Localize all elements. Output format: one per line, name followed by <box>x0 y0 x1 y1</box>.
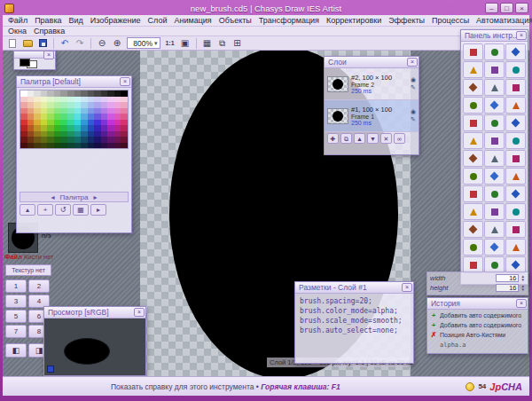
tool-curve[interactable] <box>505 150 526 167</box>
palette-swatch[interactable] <box>34 143 41 149</box>
palette-swatch[interactable] <box>94 143 101 149</box>
menu-item-3[interactable]: Изображение <box>87 16 145 25</box>
tool-red-eye[interactable] <box>463 239 483 256</box>
close-icon[interactable]: × <box>407 58 418 67</box>
tool-burn[interactable] <box>505 221 526 238</box>
redo-button[interactable]: ↷ <box>73 37 87 50</box>
tool-calligraphy[interactable] <box>505 97 526 114</box>
tool-star[interactable] <box>505 185 526 202</box>
palette-swatch[interactable] <box>101 143 108 149</box>
palette-next-icon[interactable]: ▸ <box>93 193 97 201</box>
close-icon[interactable]: × <box>516 31 527 40</box>
brush-slot-7[interactable]: 7 <box>5 325 27 338</box>
tool-magic-wand[interactable] <box>484 61 505 78</box>
tool-move[interactable] <box>463 43 483 60</box>
history-item[interactable]: +Добавить авто содержимого <box>430 311 525 320</box>
tool-heal[interactable] <box>505 132 526 149</box>
stepper-arrows[interactable]: ▲▼ <box>521 285 525 292</box>
menu2-item-1[interactable]: Справка <box>30 27 68 35</box>
tool-paint-brush[interactable] <box>463 97 483 114</box>
tool-eyedropper[interactable] <box>463 79 483 96</box>
palette-swatch[interactable] <box>20 143 27 149</box>
tool-zoom[interactable] <box>484 239 505 256</box>
tool-flood-fill[interactable] <box>484 114 505 131</box>
stepper-down-icon[interactable]: ▼ <box>521 279 525 282</box>
tool-select-ellipse[interactable] <box>505 43 526 60</box>
tool-ellipse[interactable] <box>463 185 483 202</box>
palette-swatch[interactable] <box>27 143 35 149</box>
history-item[interactable]: +Добавить авто содержимого <box>430 320 525 330</box>
tool-crop[interactable] <box>505 61 526 78</box>
zoom-in-button[interactable]: ⊕ <box>110 37 124 50</box>
menu-item-9[interactable]: Эффекты <box>385 16 428 25</box>
palette-swatch[interactable] <box>121 143 128 149</box>
layer-add-button[interactable]: ✚ <box>327 133 339 144</box>
rulers-toggle-button[interactable]: ⊞ <box>231 37 245 50</box>
no-textures-button[interactable]: Текстур нет <box>5 264 51 276</box>
tool-clone-stamp[interactable] <box>484 132 505 149</box>
palette-swatch[interactable] <box>67 143 74 149</box>
menu-item-4[interactable]: Слой <box>145 16 171 25</box>
menu-item-10[interactable]: Процессы <box>428 16 473 25</box>
tool-eraser[interactable] <box>463 114 483 131</box>
tool-polyline[interactable] <box>463 168 483 185</box>
layer-down-button[interactable]: ▼ <box>367 133 379 144</box>
palette-up-button[interactable]: ▴ <box>20 204 35 216</box>
setting-value-input[interactable]: 16 <box>496 274 519 282</box>
tool-line[interactable] <box>484 150 505 167</box>
tool-color-sampler[interactable] <box>484 79 505 96</box>
stepper-arrows[interactable]: ▲▼ <box>521 275 525 282</box>
tile-view-button[interactable]: ⧉ <box>215 37 230 50</box>
palette-grid-button[interactable]: ▦ <box>73 204 89 216</box>
tool-text[interactable] <box>463 150 483 167</box>
notification-icon[interactable] <box>466 382 474 391</box>
file-tab-label[interactable]: Файл <box>4 253 22 261</box>
brush-slot-3[interactable]: 3 <box>5 295 27 308</box>
layer-delete-button[interactable]: ✕ <box>380 133 392 144</box>
tool-rectangle[interactable] <box>484 168 505 185</box>
layer-link-button[interactable]: ∞ <box>394 133 405 144</box>
close-button[interactable]: × <box>515 3 528 13</box>
minimize-button[interactable]: – <box>485 3 498 13</box>
foreground-color-swatch[interactable] <box>20 59 30 67</box>
tool-rounded-rect[interactable] <box>505 168 526 185</box>
palette-swatch[interactable] <box>114 143 121 149</box>
palette-swatch[interactable] <box>88 143 95 149</box>
brush-slot-5[interactable]: 5 <box>5 310 27 323</box>
palette-swatch[interactable] <box>81 143 88 149</box>
palette-reload-button[interactable]: ↺ <box>55 204 71 216</box>
palette-add-button[interactable]: + <box>37 204 53 216</box>
menu-item-6[interactable]: Объекты <box>215 16 255 25</box>
edit-icon[interactable]: ✎ <box>411 84 416 91</box>
palette-menu-button[interactable]: ▸ <box>90 204 106 216</box>
close-icon[interactable]: × <box>516 299 527 308</box>
layer-up-button[interactable]: ▲ <box>354 133 365 144</box>
menu2-item-0[interactable]: Окна <box>4 27 30 35</box>
eye-icon[interactable]: ◉ <box>411 76 416 83</box>
dock-split-left-button[interactable]: ◧ <box>5 343 27 358</box>
close-icon[interactable]: × <box>134 308 145 317</box>
tool-pencil[interactable] <box>505 79 526 96</box>
undo-button[interactable]: ↶ <box>58 37 72 50</box>
close-icon[interactable]: × <box>402 283 412 292</box>
close-icon[interactable]: × <box>120 77 130 86</box>
menu-item-7[interactable]: Трансформация <box>255 16 323 25</box>
tool-pattern-fill[interactable] <box>463 132 483 149</box>
layer-row[interactable]: #1, 100 × 100Frame 1250 ms◉✎ <box>325 100 419 132</box>
tool-arrow[interactable] <box>463 203 483 220</box>
history-item[interactable]: ✗Позиция Авто-Кистями <box>430 330 525 340</box>
zoom-out-button[interactable]: ⊖ <box>95 37 109 50</box>
menu-item-0[interactable]: Файл <box>4 16 31 25</box>
tool-smudge[interactable] <box>463 221 483 238</box>
menu-item-11[interactable]: Автоматизация <box>473 16 532 25</box>
new-file-button[interactable] <box>5 37 20 50</box>
maximize-button[interactable]: □ <box>500 3 513 13</box>
palette-swatch[interactable] <box>54 143 61 149</box>
edit-icon[interactable]: ✎ <box>411 116 416 123</box>
brush-slot-1[interactable]: 1 <box>5 279 27 293</box>
menu-item-5[interactable]: Анимация <box>170 16 215 25</box>
palette-swatch[interactable] <box>41 143 48 149</box>
palette-swatch[interactable] <box>74 143 82 149</box>
grid-toggle-button[interactable]: ▦ <box>200 37 215 50</box>
brush-slot-2[interactable]: 2 <box>28 279 50 293</box>
